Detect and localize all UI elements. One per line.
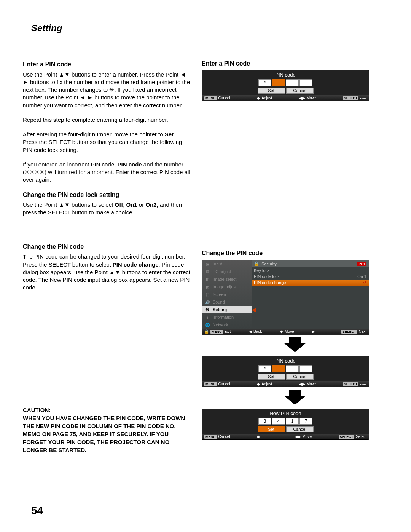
pin-cell[interactable] [286,79,299,86]
sidebar-item-screen[interactable]: ⬚Screen [202,291,252,298]
sidebar-item-input[interactable]: ▣Input [202,260,252,268]
row-value: On 1 [357,274,366,279]
sb-text: Exit [225,329,231,334]
status-bar: MENUCancel ◆----- ◀▶Move SELECTSelect [202,434,369,439]
sidebar-label: Image select [213,277,236,281]
pin-cell[interactable]: 4 [272,418,285,425]
sidebar-label: Input [213,262,222,266]
pin-cell[interactable] [299,79,312,86]
select-badge: SELECT [341,330,357,334]
sb-text: Move [307,382,316,386]
pin-cell[interactable]: * [258,79,271,86]
pin-dialog-1: PIN code * Set Cancel MENUCancel ◆Adjust… [202,70,369,101]
text: After entering the four-digit number, mo… [23,131,165,137]
image-adjust-icon: ◩ [204,284,210,289]
sb-text: Next [358,329,366,334]
set-button[interactable]: Set [258,426,285,432]
sb-text: Select [356,435,366,439]
heading-change-pin: Change the PIN code [23,243,190,251]
cancel-button[interactable]: Cancel [286,88,314,94]
sb-text: ----- [360,96,366,100]
pin-cell[interactable]: * [258,365,271,372]
pin-cell[interactable] [286,365,299,372]
sb-text: Move [303,435,312,439]
osd-row-keylock[interactable]: Key lock [252,267,369,273]
sidebar-item-sound[interactable]: 🔊Sound [202,298,252,306]
pin-cell[interactable]: 7 [299,418,312,425]
pin-cell-selected[interactable] [272,365,285,372]
leftright-icon: ◀▶ [295,435,301,439]
status-bar: MENUCancel ◆Adjust ◀▶Move SELECT----- [202,381,369,387]
osd-sidebar: ▣Input 🖥PC adjust ◧Image select ◩Image a… [202,260,252,329]
pin-cell-selected[interactable] [272,79,285,86]
pin-cell[interactable]: 3 [258,418,271,425]
status-bar: MENUCancel ◆Adjust ◀▶Move SELECT----- [202,95,369,101]
updown-icon: ◆ [280,329,283,334]
text: or [137,201,146,208]
pin-title: PIN code [202,70,369,79]
sb-text: Cancel [218,96,230,100]
row-label: PIN code lock [254,274,280,279]
sidebar-label: Sound [213,300,225,304]
osd-header-title: Security [261,262,277,266]
para-3: After entering the four-digit number, mo… [23,131,190,154]
sidebar-item-pcadjust[interactable]: 🖥PC adjust [202,268,252,275]
caution-body: WHEN YOU HAVE CHANGED THE PIN CODE, WRIT… [23,414,190,454]
figure-label-1: Enter a PIN code [202,60,388,67]
para-2: Repeat this step to complete entering a … [23,116,190,124]
new-pin-dialog: New PIN code 3 4 1 7 Set Cancel MENUCanc… [202,409,369,440]
sidebar-item-information[interactable]: ℹInformation [202,313,252,321]
pin-title: New PIN code [202,409,369,418]
sidebar-label: Image adjust [213,284,237,289]
enter-icon: ↵ [363,280,366,285]
sidebar-item-setting[interactable]: 🛠Setting [202,306,252,313]
set-button[interactable]: Set [258,88,285,94]
pin-cell[interactable] [299,365,312,372]
sb-text: Move [285,329,294,334]
page-number: 54 [31,505,43,517]
menu-badge: MENU [210,330,223,334]
status-bar: 🔒MENUExit ◀Back ◆Move ▶----- SELECTNext [202,329,369,334]
lock-icon: 🔒 [204,329,209,334]
sidebar-label: Information [213,315,234,320]
pin-dialog-2: PIN code * Set Cancel MENUCancel ◆Adjust… [202,356,369,387]
screen-icon: ⬚ [204,292,210,297]
osd-row-pincodechange[interactable]: PIN code change↵ [252,280,369,286]
sidebar-item-network[interactable]: 🌐Network [202,321,252,329]
select-badge: SELECT [339,435,355,439]
sidebar-label: PC adjust [213,269,231,274]
leftright-icon: ◀▶ [299,382,305,386]
caution-label: CAUTION: [23,406,190,414]
sidebar-item-imageadjust[interactable]: ◩Image adjust [202,283,252,291]
para-5: Use the Point ▲▼ buttons to select Off, … [23,201,190,217]
text-bold: Set [165,131,174,137]
text-bold: PIN code change [113,261,159,268]
text-bold: On2 [145,201,156,208]
osd-row-pincodelock[interactable]: PIN code lockOn 1 [252,273,369,280]
sb-text: Back [253,329,262,334]
sidebar-item-imageselect[interactable]: ◧Image select [202,275,252,283]
para-6: The PIN code can be changed to your desi… [23,253,190,291]
pin-cell[interactable]: 1 [286,418,299,425]
pin-input-row: 3 4 1 7 [258,418,312,425]
text: , [123,201,126,208]
cancel-button[interactable]: Cancel [286,426,314,432]
menu-badge: MENU [204,96,217,100]
set-button[interactable]: Set [258,374,285,380]
sb-text: Adjust [261,382,272,386]
arrow-down-icon [202,390,388,406]
source-badge: PC1 [357,262,366,266]
leftright-icon: ◀▶ [299,96,305,100]
right-column: Enter a PIN code PIN code * Set Cancel M… [202,60,388,454]
text: If you entered an incorrect PIN code, [23,161,117,168]
text-bold: PIN code [117,161,142,168]
sb-text: ----- [261,435,268,439]
divider [23,36,388,37]
sb-text: ----- [317,329,323,334]
cancel-button[interactable]: Cancel [286,374,314,380]
updown-icon: ◆ [257,96,260,100]
menu-badge: MENU [204,382,217,386]
sb-text: ----- [360,382,366,386]
figure-label-2: Change the PIN code [202,250,388,257]
left-icon: ◀ [249,329,252,334]
